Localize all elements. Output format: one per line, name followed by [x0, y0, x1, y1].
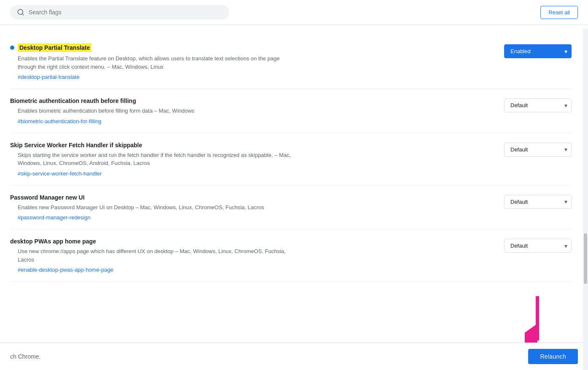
select-wrapper: DefaultEnabledDisabled: [504, 143, 572, 157]
select-wrapper: DefaultEnabledDisabled: [504, 98, 572, 112]
flag-title-row: Biometric authentication reauth before f…: [10, 97, 297, 104]
flag-link[interactable]: #enable-desktop-pwas-app-home-page: [18, 267, 113, 273]
flag-item: Skip Service Worker Fetch Handler if ski…: [10, 133, 572, 186]
flag-link[interactable]: #biometric-authentication-for-filling: [18, 118, 102, 124]
flag-text: Password Manager new UIEnables new Passw…: [10, 194, 297, 221]
flag-text: Biometric authentication reauth before f…: [10, 97, 297, 124]
select-wrapper: DefaultEnabledDisabled: [504, 195, 572, 209]
flag-title: Biometric authentication reauth before f…: [10, 97, 136, 104]
flag-description: Enables new Password Manager UI on Deskt…: [18, 203, 297, 212]
select-wrapper: DefaultEnabledDisabled: [504, 44, 572, 58]
flag-control: DefaultEnabledDisabled: [504, 194, 572, 209]
flag-description: Use new chrome://apps page which has dif…: [18, 247, 297, 264]
flag-text: desktop PWAs app home pageUse new chrome…: [10, 238, 297, 273]
search-input[interactable]: [29, 9, 223, 16]
flag-control: DefaultEnabledDisabled: [504, 142, 572, 157]
flag-active-dot: [10, 46, 14, 50]
header: Reset all: [0, 0, 588, 25]
flag-description: Enables biometric authentication before …: [18, 107, 297, 115]
flag-select[interactable]: DefaultEnabledDisabled: [504, 98, 572, 112]
flag-text: Desktop Partial TranslateEnables the Par…: [10, 43, 297, 80]
scrollbar[interactable]: [583, 28, 588, 324]
flag-item: Biometric authentication reauth before f…: [10, 89, 572, 133]
search-icon: [17, 8, 24, 16]
flag-select[interactable]: DefaultEnabledDisabled: [504, 195, 572, 209]
search-container: [10, 5, 229, 19]
flag-description: Enables the Partial Translate feature on…: [18, 54, 297, 71]
reset-all-button[interactable]: Reset all: [540, 6, 578, 19]
flags-content: Desktop Partial TranslateEnables the Par…: [0, 25, 582, 324]
flag-text: Skip Service Worker Fetch Handler if ski…: [10, 142, 297, 177]
flag-select[interactable]: DefaultEnabledDisabled: [504, 239, 572, 253]
flag-item: Password Manager new UIEnables new Passw…: [10, 186, 572, 230]
flag-link[interactable]: #password-manager-redesign: [18, 214, 91, 221]
scrollbar-thumb: [584, 233, 587, 284]
flag-title: Skip Service Worker Fetch Handler if ski…: [10, 142, 142, 149]
flag-title-row: Password Manager new UI: [10, 194, 297, 201]
flag-control: DefaultEnabledDisabled: [504, 97, 572, 112]
flag-title: desktop PWAs app home page: [10, 238, 96, 245]
flag-title: Desktop Partial Translate: [18, 43, 91, 52]
flag-title-row: desktop PWAs app home page: [10, 238, 297, 245]
flag-item: desktop PWAs app home pageUse new chrome…: [10, 230, 572, 282]
flag-select[interactable]: DefaultEnabledDisabled: [504, 44, 572, 58]
flag-item: Desktop Partial TranslateEnables the Par…: [10, 35, 572, 89]
svg-line-1: [22, 14, 23, 15]
flag-link[interactable]: #skip-service-worker-fetch-handler: [18, 170, 102, 177]
flag-title-row: Desktop Partial Translate: [10, 43, 297, 52]
flag-control: DefaultEnabledDisabled: [504, 43, 572, 58]
flag-control: DefaultEnabledDisabled: [504, 238, 572, 253]
flag-title-row: Skip Service Worker Fetch Handler if ski…: [10, 142, 297, 149]
flag-description: Skips starting the service worker and ru…: [18, 151, 297, 167]
flag-title: Password Manager new UI: [10, 194, 85, 201]
flag-select[interactable]: DefaultEnabledDisabled: [504, 143, 572, 157]
select-wrapper: DefaultEnabledDisabled: [504, 239, 572, 253]
flag-link[interactable]: #desktop-partial-translate: [18, 74, 80, 80]
